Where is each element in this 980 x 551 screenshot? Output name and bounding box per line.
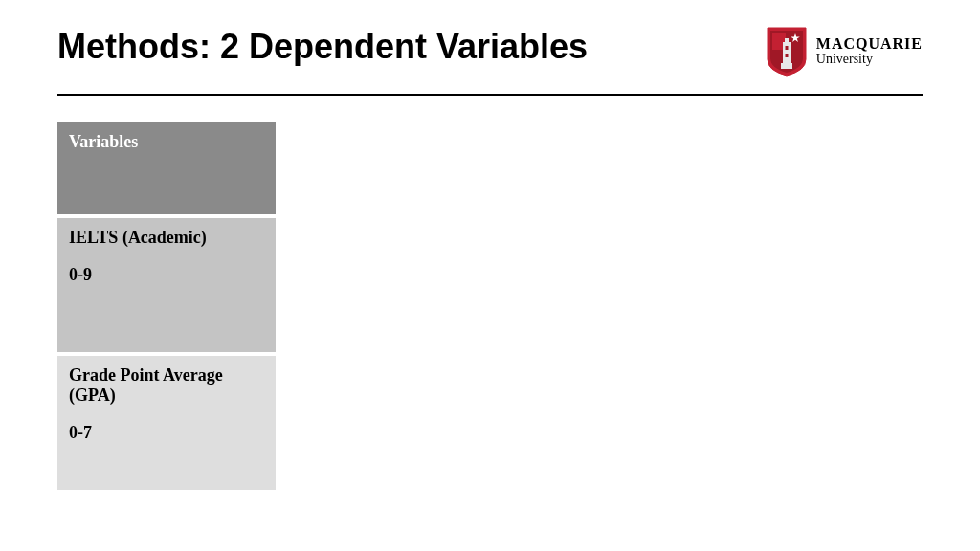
university-logo: MACQUARIE University — [767, 27, 923, 77]
header-row: Methods: 2 Dependent Variables MACQUARIE… — [0, 0, 980, 77]
logo-name: MACQUARIE — [816, 36, 923, 53]
table-row: IELTS (Academic) 0-9 — [57, 218, 276, 352]
svg-rect-1 — [783, 42, 791, 63]
table-header-label: Variables — [69, 132, 138, 151]
logo-text: MACQUARIE University — [816, 36, 923, 66]
svg-rect-4 — [785, 46, 788, 50]
logo-sub: University — [816, 53, 923, 67]
shield-icon — [767, 27, 807, 77]
row-range: 0-7 — [69, 423, 264, 443]
row-label: IELTS (Academic) — [69, 228, 264, 248]
slide: Methods: 2 Dependent Variables MACQUARIE… — [0, 0, 980, 551]
page-title: Methods: 2 Dependent Variables — [57, 27, 588, 67]
row-range: 0-9 — [69, 265, 264, 285]
svg-rect-2 — [781, 63, 792, 69]
table-header: Variables — [57, 122, 276, 214]
variables-table: Variables IELTS (Academic) 0-9 Grade Poi… — [57, 122, 276, 490]
svg-rect-5 — [785, 54, 788, 57]
content-area: Variables IELTS (Academic) 0-9 Grade Poi… — [0, 96, 980, 490]
svg-rect-3 — [785, 38, 789, 42]
table-row: Grade Point Average (GPA) 0-7 — [57, 356, 276, 490]
row-label: Grade Point Average (GPA) — [69, 365, 264, 406]
